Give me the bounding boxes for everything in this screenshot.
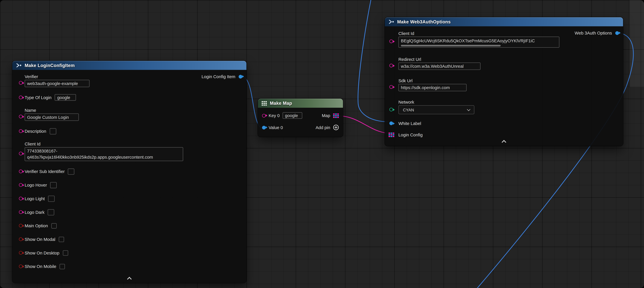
pin-label-description: Description	[25, 129, 46, 134]
pin-label-logo-hover: Logo Hover	[25, 182, 47, 187]
node-make-map[interactable]: Make Map Key 0 Map Value 0 Add pin	[258, 99, 343, 137]
redirect-url-input[interactable]	[398, 63, 480, 70]
main-option-checkbox[interactable]	[51, 223, 56, 228]
make-map-icon	[262, 101, 267, 106]
pin-main-option[interactable]	[19, 224, 22, 227]
pin-key0[interactable]	[262, 114, 266, 117]
pin-label-key0: Key 0	[269, 113, 280, 118]
verifier-input[interactable]	[25, 80, 90, 87]
node-header-make-web3authoptions[interactable]: Make Web3AuthOptions	[385, 17, 623, 26]
description-input[interactable]	[50, 128, 56, 134]
make-struct-icon	[388, 19, 394, 24]
collapse-button[interactable]	[12, 277, 246, 281]
show-on-mobile-checkbox[interactable]	[60, 264, 65, 269]
node-header-make-map[interactable]: Make Map	[258, 99, 343, 108]
show-on-desktop-checkbox[interactable]	[63, 250, 68, 255]
network-dropdown-value: CYAN	[403, 107, 414, 112]
pin-label-network: Network	[398, 100, 618, 105]
pin-label-white-label: White Label	[398, 121, 421, 126]
pin-description[interactable]	[19, 129, 22, 133]
pin-network[interactable]	[390, 108, 393, 111]
pin-verifier[interactable]	[19, 81, 22, 85]
pin-client-id[interactable]	[19, 152, 22, 155]
type-of-login-input[interactable]	[55, 94, 76, 101]
client-id-input[interactable]: BEglQSgt4cUWcj6SKRdu5QkOXTsePmMcusG5EAoy…	[398, 37, 559, 48]
pin-type-of-login[interactable]	[19, 96, 22, 99]
add-pin-label: Add pin	[316, 125, 330, 130]
pin-logo-hover[interactable]	[19, 183, 22, 187]
network-dropdown[interactable]: CYAN	[398, 105, 474, 114]
pin-label-logo-dark: Logo Dark	[25, 210, 44, 214]
node-title: Make Web3AuthOptions	[397, 19, 451, 24]
logo-hover-input[interactable]	[50, 182, 57, 188]
pin-label-type-of-login: Type Of Login	[25, 95, 52, 100]
pin-label-main-option: Main Option	[25, 223, 48, 228]
node-title: Make LoginConfigItem	[25, 63, 75, 68]
name-input[interactable]	[25, 113, 79, 121]
pin-label-verifier-sub-identifier: Verifier Sub Identifier	[25, 169, 65, 174]
pin-label-show-on-mobile: Show On Mobile	[25, 264, 56, 269]
horizontal-scrollbar[interactable]	[401, 45, 501, 46]
pin-logo-light[interactable]	[19, 197, 22, 200]
add-pin-icon[interactable]	[333, 125, 339, 130]
output-label-map: Map	[322, 113, 330, 118]
pin-redirect-url[interactable]	[390, 64, 393, 67]
pin-client-id[interactable]	[390, 40, 393, 43]
pin-label-client-id: Client Id	[398, 31, 618, 36]
client-id-input[interactable]: 774338308167-q463s7kpvja16l4l0kko3nb925i…	[25, 147, 183, 161]
pin-label-logo-light: Logo Light	[25, 196, 45, 201]
show-on-modal-checkbox[interactable]	[59, 236, 64, 242]
pin-value0[interactable]	[262, 126, 266, 129]
pin-label-value0: Value 0	[269, 125, 283, 130]
key0-input[interactable]	[282, 112, 302, 119]
pin-label-client-id: Client Id	[25, 141, 242, 146]
node-make-loginconfigitem[interactable]: Make LoginConfigItem Login Config Item V…	[12, 61, 246, 283]
node-make-web3authoptions[interactable]: Make Web3AuthOptions Web 3Auth Options C…	[385, 17, 623, 146]
logo-dark-input[interactable]	[48, 209, 54, 215]
pin-label-sdk-url: Sdk Url	[398, 78, 618, 83]
wire-map-to-login-config[interactable]	[339, 116, 388, 133]
chevron-down-icon	[467, 107, 470, 111]
pin-label-name: Name	[25, 108, 242, 113]
wire-top-to-white-label[interactable]	[358, 0, 388, 122]
pin-verifier-sub-identifier[interactable]	[19, 170, 22, 173]
pin-label-show-on-desktop: Show On Desktop	[25, 250, 60, 255]
pin-name[interactable]	[19, 115, 22, 118]
sdk-url-input[interactable]	[398, 84, 466, 91]
pin-show-on-modal[interactable]	[19, 237, 22, 241]
pin-logo-dark[interactable]	[19, 210, 22, 214]
collapse-button[interactable]	[385, 141, 623, 144]
chevron-up-icon	[127, 277, 132, 281]
verifier-sub-identifier-input[interactable]	[68, 168, 74, 174]
pin-show-on-mobile[interactable]	[19, 264, 22, 268]
chevron-up-icon	[502, 140, 506, 145]
pin-label-redirect-url: Redirect Url	[398, 57, 618, 62]
node-title: Make Map	[270, 101, 292, 106]
pin-sdk-url[interactable]	[390, 85, 393, 89]
pin-show-on-desktop[interactable]	[19, 251, 22, 255]
output-pin-map[interactable]	[333, 113, 339, 118]
pin-white-label[interactable]	[390, 121, 393, 125]
node-header-make-loginconfigitem[interactable]: Make LoginConfigItem	[12, 61, 246, 70]
logo-light-input[interactable]	[48, 195, 55, 202]
pin-label-login-config: Login Config	[398, 132, 422, 137]
pin-label-verifier: Verifier	[25, 74, 242, 79]
pin-label-show-on-modal: Show On Modal	[25, 237, 56, 242]
make-struct-icon	[16, 63, 22, 68]
blueprint-graph[interactable]: Make LoginConfigItem Login Config Item V…	[0, 0, 644, 288]
pin-login-config[interactable]	[388, 133, 394, 137]
